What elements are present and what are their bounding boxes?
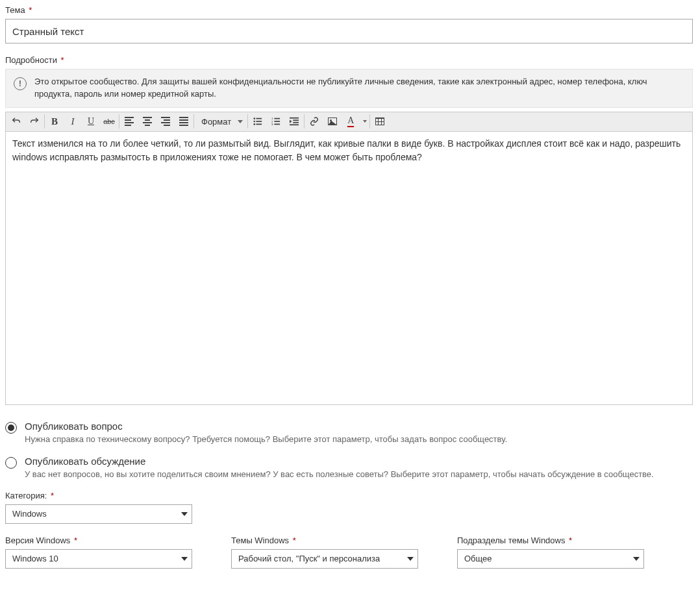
indent-button[interactable] (285, 113, 303, 130)
windows-version-select[interactable]: Windows 10 (5, 549, 192, 569)
svg-text:3: 3 (271, 123, 273, 126)
svg-marker-16 (290, 120, 292, 123)
subject-label: Тема * (5, 5, 693, 15)
align-justify-button[interactable] (175, 113, 193, 130)
bullet-list-button[interactable] (249, 113, 267, 130)
svg-rect-7 (275, 118, 280, 119)
svg-rect-15 (290, 125, 299, 126)
radio-post-question-title: Опубликовать вопрос (25, 421, 693, 432)
svg-rect-1 (256, 118, 262, 119)
strikethrough-button[interactable]: abc (100, 113, 118, 130)
format-dropdown[interactable]: Формат (195, 113, 247, 130)
svg-point-0 (254, 118, 256, 120)
italic-button[interactable]: I (64, 113, 82, 130)
svg-rect-12 (290, 117, 299, 119)
editor-toolbar: B I U abc Формат (6, 112, 692, 132)
radio-post-discussion[interactable] (5, 457, 17, 469)
subject-input[interactable] (5, 19, 693, 43)
font-color-dropdown[interactable] (360, 113, 369, 130)
svg-point-4 (254, 123, 256, 125)
radio-post-question[interactable] (5, 422, 17, 434)
windows-subtopics-label: Подразделы темы Windows * (457, 536, 644, 545)
windows-topics-label: Темы Windows * (231, 536, 418, 545)
font-color-button[interactable]: A (342, 113, 360, 130)
windows-subtopics-select[interactable]: Общее (457, 549, 644, 569)
info-icon: ! (14, 77, 27, 90)
svg-rect-9 (275, 121, 280, 122)
rich-text-editor: B I U abc Формат (5, 112, 693, 405)
svg-rect-5 (256, 124, 262, 125)
svg-rect-13 (293, 120, 299, 121)
radio-post-question-desc: Нужна справка по техническому вопросу? Т… (25, 434, 693, 444)
svg-point-2 (254, 121, 256, 123)
details-textarea[interactable]: Текст изменился на то ли более четкий, т… (6, 132, 692, 404)
privacy-info-banner: ! Это открытое сообщество. Для защиты ва… (5, 69, 693, 108)
radio-post-discussion-desc: У вас нет вопросов, но вы хотите поделит… (25, 469, 693, 479)
svg-rect-14 (293, 122, 299, 123)
link-button[interactable] (305, 113, 323, 130)
details-label: Подробности * (5, 55, 693, 65)
align-center-button[interactable] (138, 113, 156, 130)
privacy-info-text: Это открытое сообщество. Для защиты ваше… (34, 76, 684, 101)
table-button[interactable] (371, 113, 389, 130)
redo-button[interactable] (25, 113, 44, 130)
category-select[interactable]: Windows (5, 504, 192, 524)
align-right-button[interactable] (156, 113, 175, 130)
numbered-list-button[interactable]: 123 (267, 113, 285, 130)
align-left-button[interactable] (120, 113, 138, 130)
underline-button[interactable]: U (82, 113, 100, 130)
post-type-group: Опубликовать вопрос Нужна справка по тех… (5, 421, 693, 479)
undo-button[interactable] (7, 113, 25, 130)
radio-post-discussion-title: Опубликовать обсуждение (25, 456, 693, 467)
category-label: Категория: * (5, 491, 693, 500)
svg-rect-11 (275, 124, 280, 125)
windows-version-label: Версия Windows * (5, 536, 192, 545)
bold-button[interactable]: B (45, 113, 64, 130)
svg-rect-3 (256, 121, 262, 122)
windows-topics-select[interactable]: Рабочий стол, "Пуск" и персонализа (231, 549, 418, 569)
image-button[interactable] (323, 113, 342, 130)
